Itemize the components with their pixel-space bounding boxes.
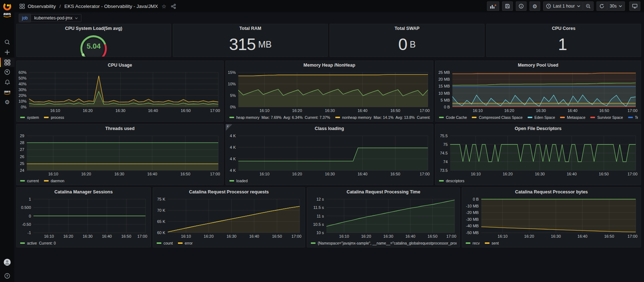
svg-text:-10 MB: -10 MB [466,204,479,208]
sidebar-item-configuration[interactable]: ⚙ [0,98,14,107]
breadcrumb-folder[interactable]: Observability [28,4,56,9]
legend-item[interactable]: daemon [44,179,64,183]
catalina-processing-time-chart[interactable]: 10 s10.5 s11 s11.5 s12 s16:1016:2016:301… [309,197,457,239]
svg-text:-1: -1 [27,230,31,235]
memory-pool-chart[interactable]: 0 B5 MB10 MB15 MB20 MB25 MB16:1016:2016:… [437,70,639,113]
panel-title[interactable]: Total SWAP [330,24,484,33]
legend-item[interactable]: system [20,115,39,120]
dashboard-insights-button[interactable] [516,1,527,11]
refresh-interval-picker[interactable]: 30s [607,1,625,11]
svg-text:65 K: 65 K [157,219,165,224]
panel-total-ram: Total RAM 315MB [173,24,328,57]
panel-title[interactable]: Threads used [17,124,223,133]
svg-text:75: 75 [443,142,448,147]
legend-item[interactable]: Tenured Gen [628,115,638,120]
save-dashboard-button[interactable] [502,1,513,11]
svg-text:0%: 0% [230,105,236,109]
svg-text:0.500: 0.500 [21,205,31,210]
legend-item[interactable]: count [157,241,173,245]
svg-text:16:10: 16:10 [259,172,269,176]
legend-item[interactable]: Code Cache [439,115,467,120]
panel-title[interactable]: CPU Usage [17,61,223,70]
panel-title[interactable]: Memory Heap /NonHeap [226,61,433,70]
panel-title[interactable]: Catalina Request Processor requests [153,188,305,196]
svg-text:10%: 10% [19,99,27,103]
sidebar-item-explore[interactable] [0,67,14,77]
sidebar-item-aws[interactable]: aws [0,88,14,97]
star-icon[interactable]: ☆ [161,4,166,9]
sidebar-item-dashboards[interactable] [0,58,14,67]
legend-item[interactable]: process [44,115,64,120]
panel-title[interactable]: Class loading [226,124,433,133]
zoom-out-time-button[interactable] [583,1,594,11]
svg-text:-50 MB: -50 MB [466,230,479,235]
svg-text:28: 28 [20,140,24,145]
svg-text:16:10: 16:10 [339,234,349,238]
panel-title[interactable]: Catalina Request Processor bytes [462,188,641,196]
svg-text:16:20: 16:20 [292,172,302,176]
legend-item[interactable]: sent [485,241,499,245]
catalina-sessions-chart[interactable]: 10.5000-0.50-116:1016:2016:3016:4016:501… [18,197,148,239]
dashboard-grid-icon [19,4,25,9]
panel-threads-used: Threads used 24252627282916:1016:2016:30… [16,124,224,185]
legend-item[interactable]: {Namespace="javajmx-sample", __name__="c… [311,241,457,245]
panel-catalina-requests: Catalina Request Processor requests 60 K… [153,187,305,247]
catalina-bytes-chart[interactable]: 0 B-10 MB-20 MB-30 MB-40 MB-50 MB16:1016… [464,197,639,239]
cpu-usage-chart[interactable]: 0%10%20%30%40%50%60%16:1016:2016:3016:40… [18,70,221,113]
legend-item[interactable]: Eden Space [528,115,555,120]
svg-text:16:10: 16:10 [181,234,191,238]
sidebar-item-alerting[interactable] [0,77,14,87]
panel-catalina-processing-time: Catalina Request Processing Time 10 s10.… [307,187,460,247]
plus-icon [4,49,10,55]
add-panel-button[interactable]: + [487,1,499,11]
panel-title[interactable]: Total RAM [173,24,327,33]
legend-item[interactable]: Metaspace [560,115,585,120]
panel-title[interactable]: CPU Cores [487,24,641,33]
sidebar-item-help[interactable]: ? [0,271,14,281]
aws-logo[interactable]: aws [0,10,14,19]
catalina-requests-chart[interactable]: 60 K65 K70 K75 K16:1016:2016:3016:4016:5… [155,197,303,239]
svg-text:16:50: 16:50 [428,234,438,238]
panel-title[interactable]: Open File Descriptors [435,124,641,133]
legend-item[interactable]: nonheap memory Max: 14.1% Avg: 13.8% Cur… [335,115,430,120]
kiosk-mode-button[interactable] [629,1,640,11]
legend-item[interactable]: loaded [229,179,248,183]
legend-item[interactable]: heap memory Max: 7.69% Avg: 6.34% Curren… [229,115,330,120]
legend-item[interactable]: active Current: 0 [20,241,56,245]
legend-item[interactable]: recv [466,241,480,245]
time-range-label: Last 1 hour [553,4,575,9]
legend-item[interactable]: error [178,241,193,245]
panel-title[interactable]: Memory Pool Used [435,61,641,70]
dashboards-icon [4,59,10,66]
panel-total-swap: Total SWAP 0B [330,24,484,57]
job-variable-dropdown[interactable]: kubernetes-pod-jmx [31,14,81,22]
chevron-down-icon [619,5,622,7]
svg-text:16:20: 16:20 [504,108,514,113]
memory-heap-chart[interactable]: 0%5%10%15%16:1016:2016:3016:4016:5017:00 [227,70,431,113]
svg-text:16:30: 16:30 [227,234,237,238]
threads-chart[interactable]: 24252627282916:1016:2016:3016:4016:5017:… [18,134,221,177]
sidebar-item-search[interactable] [0,37,14,47]
panel-title[interactable]: Catalina Request Processing Time [307,188,460,196]
breadcrumb-separator: / [59,4,62,9]
time-range-picker[interactable]: Last 1 hour [543,1,583,11]
panel-title[interactable]: Catalina Manager Sessions [17,188,151,196]
sidebar-item-profile[interactable] [0,258,14,267]
legend-item[interactable]: Compressed Class Space [472,115,522,120]
file-descriptors-chart[interactable]: 73.57474.57575.516:1016:2016:3016:4016:5… [437,134,639,177]
dashboard-settings-button[interactable]: ⚙ [529,1,540,11]
share-icon[interactable] [171,4,176,9]
legend-item[interactable]: descriptors [439,179,464,183]
chevron-down-icon [75,17,78,19]
svg-text:16:50: 16:50 [599,172,609,176]
panel-title[interactable]: CPU System Load(5m avg) [17,24,171,33]
svg-text:16:20: 16:20 [292,108,302,113]
legend-item[interactable]: current [20,179,39,183]
svg-text:15%: 15% [228,70,236,75]
refresh-button[interactable] [596,1,607,11]
legend-item[interactable]: Survivor Space [590,115,623,120]
sidebar-item-create[interactable] [0,48,14,57]
svg-text:17:00: 17:00 [420,108,430,113]
info-icon [519,4,524,9]
class-loading-chart[interactable]: 4 K4 K4 K4 K16:1016:2016:3016:4016:5017:… [227,134,431,177]
